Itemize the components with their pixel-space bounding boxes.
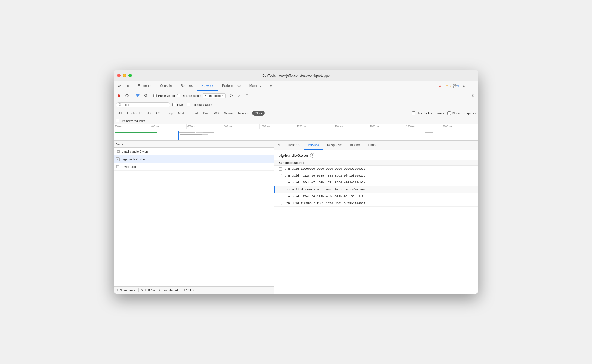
disable-cache-checkbox[interactable]	[177, 94, 180, 97]
type-btn-media[interactable]: Media	[176, 111, 189, 116]
timeline-bar-blue	[178, 131, 179, 141]
timeline-bars	[114, 129, 478, 140]
resource-item-r2[interactable]: urn:uuid:4d12c42e-e735-4088-8bd2-0f415f7…	[274, 172, 478, 179]
preserve-log-checkbox[interactable]	[153, 94, 157, 97]
invert-label[interactable]: Invert	[172, 103, 185, 106]
requests-list: small-bundle-0.wbn big-bundle-0.wbn	[114, 148, 274, 286]
request-name-big-bundle: big-bundle-0.wbn	[122, 158, 145, 161]
resource-checkbox-r4[interactable]	[279, 188, 282, 191]
resource-checkbox-r2[interactable]	[279, 174, 282, 177]
warning-badge[interactable]: ⚠ 3	[446, 84, 451, 88]
clear-button[interactable]	[124, 93, 130, 99]
resource-item-r5[interactable]: urn:uuid:e27afc54-171b-4afc-899b-93b135e…	[274, 193, 478, 200]
filter-input-wrap	[116, 102, 170, 107]
message-badge[interactable]: 💬 9	[453, 84, 459, 88]
request-row-small-bundle[interactable]: small-bundle-0.wbn	[114, 148, 274, 155]
type-btn-wasm[interactable]: Wasm	[222, 111, 235, 116]
resource-item-r1[interactable]: urn:uuid:10000000-0000-0000-0000-0000000…	[274, 166, 478, 172]
settings-icon[interactable]: ⚙	[461, 83, 467, 89]
tab-elements[interactable]: Elements	[133, 81, 156, 91]
type-btn-font[interactable]: Font	[189, 111, 200, 116]
type-btn-all[interactable]: All	[116, 111, 124, 116]
type-btn-css[interactable]: CSS	[154, 111, 165, 116]
hide-data-urls-label[interactable]: Hide data URLs	[187, 103, 213, 106]
resource-checkbox-r3[interactable]	[279, 181, 282, 184]
resource-item-r6[interactable]: urn:uuid:f9396e07-f081-4bfe-94a1-a8f954f…	[274, 200, 478, 207]
request-row-favicon[interactable]: favicon.ico	[114, 163, 274, 171]
resource-checkbox-r6[interactable]	[279, 202, 282, 205]
right-tabs: × Headers Preview Response Initiator Tim…	[274, 141, 478, 150]
hide-data-urls-checkbox[interactable]	[187, 103, 190, 106]
type-btn-js[interactable]: JS	[145, 111, 153, 116]
throttle-dropdown[interactable]: No throttling	[203, 93, 226, 98]
preserve-log-label[interactable]: Preserve log	[153, 94, 175, 97]
resource-urn-r5: urn:uuid:e27afc54-171b-4afc-899b-93b135e…	[285, 195, 365, 198]
blocked-requests-checkbox[interactable]	[447, 111, 451, 115]
network-conditions-icon[interactable]	[228, 93, 234, 99]
tab-bar-right: ✕ 6 ⚠ 3 💬 9 ⚙ ⋮	[439, 81, 476, 91]
filter-icon[interactable]	[135, 93, 141, 99]
network-timeline: 200 ms 400 ms 600 ms 800 ms 1000 ms 1200…	[114, 124, 478, 141]
tab-sources[interactable]: Sources	[176, 81, 197, 91]
svg-line-6	[146, 96, 147, 97]
resource-item-r4[interactable]: urn:uuid:dd78991a-57db-459c-b8b5-1e191f9…	[274, 186, 478, 193]
type-btn-doc[interactable]: Doc	[201, 111, 211, 116]
error-badge[interactable]: ✕ 6	[439, 84, 443, 88]
svg-point-8	[119, 103, 121, 105]
tab-network[interactable]: Network	[197, 81, 218, 91]
more-icon[interactable]: ⋮	[470, 83, 476, 89]
blocked-requests-label[interactable]: Blocked Requests	[447, 111, 476, 115]
message-icon: 💬	[453, 84, 457, 88]
close-button[interactable]	[117, 74, 121, 77]
rtab-response[interactable]: Response	[323, 141, 346, 150]
has-blocked-cookies-label[interactable]: Has blocked cookies	[412, 111, 444, 115]
rtab-initiator[interactable]: Initiator	[346, 141, 364, 150]
type-btn-img[interactable]: Img	[165, 111, 175, 116]
resource-checkbox-r1[interactable]	[279, 167, 282, 171]
export-icon[interactable]	[244, 93, 250, 99]
devtools-window: DevTools - www.jefftk.com/test/wbn9/prot…	[114, 70, 478, 294]
rtab-preview[interactable]: Preview	[304, 141, 323, 150]
resource-item-r3[interactable]: urn:uuid:c29cfba7-490b-4571-8656-a002a9f…	[274, 179, 478, 186]
close-panel-button[interactable]: ×	[276, 143, 282, 148]
device-toolbar-icon[interactable]	[124, 83, 130, 89]
tab-more[interactable]: »	[266, 81, 276, 91]
request-icon-big-bundle	[116, 157, 120, 161]
third-party-label[interactable]: 3rd-party requests	[116, 119, 145, 122]
type-btn-manifest[interactable]: Manifest	[236, 111, 252, 116]
type-btn-other[interactable]: Other	[252, 111, 265, 116]
type-btn-fetch-xhr[interactable]: Fetch/XHR	[125, 111, 144, 116]
settings-gear-icon[interactable]: ⚙	[470, 93, 476, 99]
tab-performance[interactable]: Performance	[218, 81, 245, 91]
preview-panel: big-bundle-0.wbn ? Bundled resource urn:…	[274, 150, 478, 294]
request-icon-favicon	[116, 165, 120, 169]
search-icon[interactable]	[143, 93, 149, 99]
import-icon[interactable]	[236, 93, 242, 99]
timeline-far-bar	[425, 132, 433, 133]
network-toolbar: Preserve log Disable cache No throttling	[114, 91, 478, 100]
record-button[interactable]	[116, 93, 122, 99]
filter-bar: Invert Hide data URLs	[114, 100, 478, 109]
inspect-icon[interactable]	[116, 83, 122, 89]
has-blocked-cookies-checkbox[interactable]	[412, 111, 415, 115]
resource-checkbox-r5[interactable]	[279, 195, 282, 198]
rtab-headers[interactable]: Headers	[284, 141, 304, 150]
tab-console[interactable]: Console	[156, 81, 176, 91]
disable-cache-label[interactable]: Disable cache	[177, 94, 201, 97]
invert-checkbox[interactable]	[172, 103, 176, 106]
rtab-timing[interactable]: Timing	[364, 141, 381, 150]
status-sep-1	[138, 288, 139, 292]
toolbar-sep-2	[151, 93, 151, 98]
filter-input[interactable]	[123, 103, 166, 106]
third-party-checkbox[interactable]	[116, 119, 119, 122]
title-bar: DevTools - www.jefftk.com/test/wbn9/prot…	[114, 70, 478, 81]
maximize-button[interactable]	[128, 74, 132, 77]
type-btn-ws[interactable]: WS	[211, 111, 221, 116]
minimize-button[interactable]	[123, 74, 126, 77]
help-icon[interactable]: ?	[310, 153, 314, 158]
tick-6: 1400 ms	[332, 124, 369, 129]
svg-line-4	[126, 95, 128, 97]
tab-memory[interactable]: Memory	[245, 81, 266, 91]
request-row-big-bundle[interactable]: big-bundle-0.wbn	[114, 155, 274, 163]
resource-urn-r1: urn:uuid:10000000-0000-0000-0000-0000000…	[285, 167, 365, 171]
